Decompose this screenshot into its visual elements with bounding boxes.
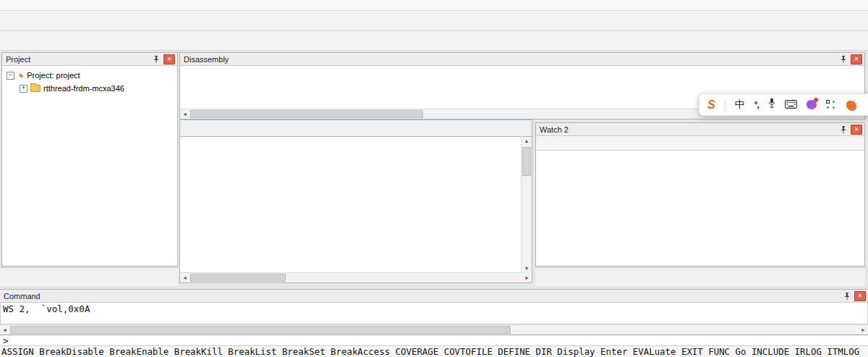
editor-body: ▲ ▼ ◄ ► [179, 137, 532, 283]
ime-mode-chinese[interactable]: 中 [735, 98, 745, 112]
scrollbar-thumb[interactable] [190, 110, 423, 118]
command-output[interactable]: WS 2, `vol,0x0A [0, 303, 868, 324]
scroll-left-icon[interactable]: ◄ [180, 112, 190, 117]
pin-icon[interactable] [153, 55, 160, 64]
project-tree: − ✦ Project: project + rtthread-frdm-mcx… [2, 66, 177, 266]
tree-item-label: rtthread-frdm-mcxa346 [43, 84, 124, 93]
disassembly-title: Disassembly [184, 55, 229, 64]
ime-toolbar: S 中 °, [699, 93, 868, 116]
folder-icon [30, 85, 41, 92]
command-prompt: > [3, 335, 9, 346]
command-output-text: WS 2, `vol,0x0A [3, 303, 90, 314]
project-panel: Project ✕ − ✦ Project: project + rtthrea… [1, 52, 178, 266]
collapse-icon[interactable]: − [7, 72, 14, 80]
menu-bar [0, 0, 868, 11]
toolbar-debug [0, 31, 868, 51]
pin-icon[interactable] [843, 292, 851, 301]
editor-area: ▲ ▼ ◄ ► [179, 119, 532, 283]
pin-icon[interactable] [840, 125, 847, 134]
close-icon[interactable]: ✕ [163, 54, 175, 64]
ime-skin-icon[interactable] [807, 100, 817, 109]
keil-uvision-window: Project ✕ − ✦ Project: project + rtthrea… [0, 0, 868, 357]
command-titlebar: Command ✕ [0, 290, 868, 303]
editor-vscrollbar[interactable]: ▲ ▼ [521, 137, 532, 273]
expand-icon[interactable]: + [20, 85, 27, 93]
editor-tabstrip [179, 119, 532, 137]
ime-extra-icon[interactable] [845, 98, 859, 112]
command-panel: Command ✕ WS 2, `vol,0x0A ◄ ► > [0, 289, 868, 345]
workspace: Project ✕ − ✦ Project: project + rtthrea… [0, 51, 868, 289]
tree-item-target-group[interactable]: + rtthread-frdm-mcxa346 [4, 82, 176, 95]
code-area[interactable] [180, 137, 532, 272]
close-icon[interactable]: ✕ [851, 54, 862, 64]
divider [725, 99, 726, 111]
tree-item-project-root[interactable]: − ✦ Project: project [4, 69, 176, 82]
watch-bottom-tabstrip [535, 267, 865, 286]
scroll-up-icon[interactable]: ▲ [524, 137, 529, 146]
close-icon[interactable]: ✕ [851, 125, 862, 135]
watch-title: Watch 2 [540, 125, 569, 134]
editor-hscrollbar[interactable]: ◄ ► [180, 272, 532, 282]
project-panel-title: Project [6, 55, 30, 64]
project-bottom-tabstrip [0, 267, 178, 286]
toolbar-file [0, 11, 868, 31]
target-icon: ✦ [17, 71, 24, 80]
scroll-left-icon[interactable]: ◄ [180, 275, 190, 280]
command-hscrollbar[interactable]: ◄ ► [0, 324, 868, 335]
ime-menu-icon[interactable] [826, 100, 835, 109]
ime-tone-icon[interactable]: °, [754, 100, 759, 110]
disassembly-titlebar: Disassembly ✕ [180, 53, 864, 66]
watch-table [536, 136, 864, 266]
scroll-right-icon[interactable]: ► [859, 327, 868, 332]
scroll-down-icon[interactable]: ▼ [524, 264, 529, 273]
ime-logo-icon[interactable]: S [707, 98, 715, 112]
scroll-right-icon[interactable]: ► [522, 275, 532, 280]
watch-table-header [536, 136, 864, 151]
scrollbar-thumb[interactable] [522, 147, 531, 176]
keyboard-icon[interactable] [785, 98, 797, 112]
tree-item-label: Project: project [27, 71, 80, 80]
command-title: Command [4, 292, 41, 301]
microphone-icon[interactable] [768, 98, 775, 112]
pin-icon[interactable] [840, 55, 847, 64]
close-icon[interactable]: ✕ [854, 291, 866, 301]
scrollbar-thumb[interactable] [10, 326, 511, 334]
command-help-line: ASSIGN BreakDisable BreakEnable BreakKil… [0, 345, 868, 357]
watch-titlebar: Watch 2 ✕ [536, 123, 864, 136]
scroll-left-icon[interactable]: ◄ [0, 327, 9, 332]
scrollbar-thumb[interactable] [190, 274, 286, 282]
watch-panel: Watch 2 ✕ [535, 122, 865, 266]
project-panel-titlebar: Project ✕ [2, 53, 177, 66]
